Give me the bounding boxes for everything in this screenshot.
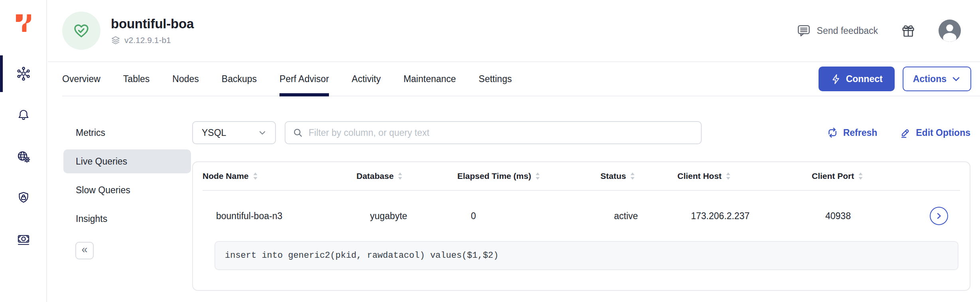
sidebar-item-insights[interactable]: Insights <box>63 207 191 231</box>
sidebar-collapse-button[interactable]: « <box>75 242 94 259</box>
edit-options-label: Edit Options <box>916 127 970 138</box>
sidebar-item-live-queries[interactable]: Live Queries <box>63 149 191 173</box>
rail-item-network[interactable] <box>0 136 47 177</box>
rail-item-alerts[interactable] <box>0 94 47 136</box>
perf-sidebar: Metrics Live Queries Slow Queries Insigh… <box>48 96 192 291</box>
app-rail <box>0 0 47 302</box>
column-label: Database <box>356 171 394 181</box>
send-feedback-button[interactable]: Send feedback <box>796 23 878 38</box>
banknote-icon <box>16 232 31 247</box>
tab-tables[interactable]: Tables <box>123 62 150 96</box>
tab-actions: Connect Actions <box>819 67 971 91</box>
connect-label: Connect <box>846 74 883 84</box>
row-expand-button[interactable] <box>930 207 948 225</box>
filter-input-wrapper <box>285 121 702 144</box>
column-header-status[interactable]: Status <box>600 171 677 181</box>
gift-icon <box>900 23 916 39</box>
bolt-icon <box>830 74 841 84</box>
cell-client-host: 173.206.2.237 <box>677 211 812 222</box>
send-feedback-label: Send feedback <box>817 25 878 36</box>
collapse-chevrons-icon: « <box>81 244 87 255</box>
sort-icon <box>252 171 258 181</box>
refresh-button[interactable]: Refresh <box>827 127 878 138</box>
column-header-database[interactable]: Database <box>356 171 457 181</box>
tab-overview[interactable]: Overview <box>62 62 100 96</box>
controls-row: YSQL <box>192 121 970 144</box>
refresh-label: Refresh <box>843 127 878 138</box>
actions-label: Actions <box>913 74 947 84</box>
tab-settings[interactable]: Settings <box>479 62 512 96</box>
filter-input[interactable] <box>309 127 694 138</box>
version-row: v2.12.9.1-b1 <box>111 35 194 45</box>
chevron-down-icon <box>258 128 267 137</box>
cell-database: yugabyte <box>356 211 457 222</box>
column-label: Node Name <box>203 171 249 181</box>
tabs-row: Overview Tables Nodes Backups Perf Advis… <box>62 62 980 96</box>
column-header-client-host[interactable]: Client Host <box>677 171 812 181</box>
layers-icon <box>111 35 120 45</box>
yugabyte-logo-icon <box>15 12 32 34</box>
live-queries-table: Node Name Database Elapsed Time (ms) Sta… <box>192 161 970 291</box>
sidebar-item-metrics[interactable]: Metrics <box>63 121 191 145</box>
tab-activity[interactable]: Activity <box>352 62 381 96</box>
api-type-value: YSQL <box>202 127 226 138</box>
query-text-box: insert into generic2(pkid, rawdatacol) v… <box>214 241 958 270</box>
content-row: Metrics Live Queries Slow Queries Insigh… <box>48 96 980 291</box>
tab-nodes[interactable]: Nodes <box>172 62 199 96</box>
column-label: Client Host <box>677 171 722 181</box>
edit-pencil-icon <box>899 127 911 138</box>
cell-node-name: bountiful-boa-n3 <box>203 211 356 222</box>
cell-client-port: 40938 <box>812 211 911 222</box>
api-type-select[interactable]: YSQL <box>192 121 276 144</box>
tab-backups[interactable]: Backups <box>222 62 257 96</box>
actions-button[interactable]: Actions <box>903 67 971 91</box>
cell-status: active <box>600 211 677 222</box>
main-column: bountiful-boa v2.12.9.1-b1 Se <box>48 0 980 291</box>
sort-icon <box>397 171 403 181</box>
edit-options-button[interactable]: Edit Options <box>899 127 970 138</box>
cluster-header: bountiful-boa v2.12.9.1-b1 Se <box>48 0 980 62</box>
cluster-name: bountiful-boa <box>111 16 194 31</box>
column-label: Status <box>600 171 626 181</box>
sort-icon <box>630 171 636 181</box>
cluster-hub-icon <box>16 67 31 81</box>
title-block: bountiful-boa v2.12.9.1-b1 <box>111 16 194 45</box>
tab-maintenance[interactable]: Maintenance <box>403 62 456 96</box>
column-header-node-name[interactable]: Node Name <box>203 171 356 181</box>
yugabyte-logo[interactable] <box>0 12 47 34</box>
query-text: insert into generic2(pkid, rawdatacol) v… <box>225 251 499 261</box>
health-badge <box>62 12 100 50</box>
column-header-elapsed-time[interactable]: Elapsed Time (ms) <box>457 171 600 181</box>
column-label: Elapsed Time (ms) <box>457 171 531 181</box>
feedback-bubble-icon <box>796 23 811 38</box>
sort-icon <box>725 171 731 181</box>
rail-item-security[interactable] <box>0 177 47 219</box>
rail-item-billing[interactable] <box>0 219 47 260</box>
sort-icon <box>858 171 864 181</box>
live-queries-panel: YSQL <box>192 96 980 291</box>
column-label: Client Port <box>812 171 854 181</box>
chevron-down-icon <box>951 74 961 84</box>
chevron-right-icon <box>935 212 943 220</box>
rail-item-clusters[interactable] <box>0 53 47 94</box>
column-header-client-port[interactable]: Client Port <box>812 171 911 181</box>
table-row[interactable]: bountiful-boa-n3 yugabyte 0 active 173.2… <box>203 191 970 241</box>
globe-gear-icon <box>16 149 31 164</box>
sidebar-item-slow-queries[interactable]: Slow Queries <box>63 178 191 202</box>
header-right: Send feedback <box>796 20 961 42</box>
cluster-version: v2.12.9.1-b1 <box>124 35 171 45</box>
search-icon <box>293 127 303 138</box>
refresh-icon <box>827 127 838 138</box>
bell-icon <box>16 108 31 122</box>
user-avatar[interactable] <box>939 20 961 42</box>
connect-button[interactable]: Connect <box>819 67 895 91</box>
rail-nav <box>0 53 47 260</box>
expand-cell <box>930 207 970 225</box>
gift-button[interactable] <box>900 23 916 39</box>
shield-lock-icon <box>16 191 31 205</box>
tab-perf-advisor[interactable]: Perf Advisor <box>279 62 329 96</box>
heart-check-icon <box>72 21 91 40</box>
table-header-row: Node Name Database Elapsed Time (ms) Sta… <box>203 162 970 190</box>
cell-elapsed-time: 0 <box>457 211 600 222</box>
sort-icon <box>535 171 541 181</box>
